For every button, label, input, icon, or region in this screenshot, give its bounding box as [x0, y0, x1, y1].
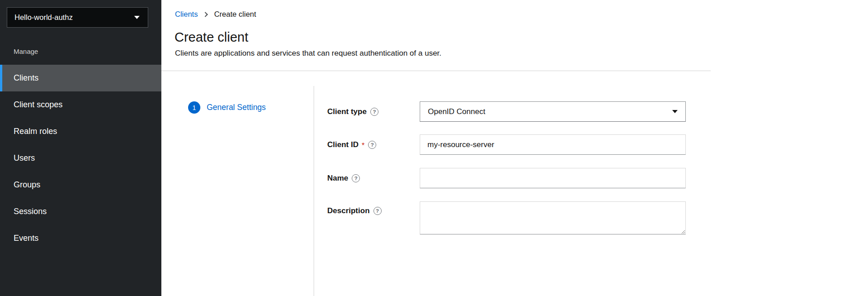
client-id-input[interactable] — [420, 134, 686, 155]
help-icon[interactable]: ? — [368, 141, 376, 149]
form-row-client-type: Client type ? OpenID Connect — [327, 101, 848, 122]
realm-selector-label: Hello-world-authz — [15, 13, 73, 22]
name-label-wrap: Name ? — [327, 174, 420, 183]
client-type-label-wrap: Client type ? — [327, 107, 420, 116]
sidebar-item-label: Realm roles — [14, 127, 57, 136]
sidebar: Hello-world-authz Manage Clients Client … — [0, 0, 161, 296]
sidebar-item-users[interactable]: Users — [0, 145, 161, 172]
client-id-control — [420, 134, 686, 155]
name-control — [420, 168, 686, 188]
form-row-client-id: Client ID * ? — [327, 134, 848, 155]
sidebar-item-client-scopes[interactable]: Client scopes — [0, 91, 161, 118]
client-type-label: Client type — [327, 107, 367, 116]
form-row-description: Description ? — [327, 201, 848, 234]
wizard-step-general-settings[interactable]: 1 General Settings — [188, 101, 266, 114]
form-row-name: Name ? — [327, 168, 848, 188]
name-input[interactable] — [420, 168, 686, 188]
sidebar-item-label: Sessions — [14, 207, 47, 216]
app-root: Hello-world-authz Manage Clients Client … — [0, 0, 868, 296]
breadcrumb-link-clients[interactable]: Clients — [175, 10, 198, 19]
main-content: Clients Create client Create client Clie… — [161, 0, 868, 296]
client-id-label-wrap: Client ID * ? — [327, 140, 420, 149]
sidebar-item-sessions[interactable]: Sessions — [0, 198, 161, 225]
wizard-vertical-divider — [314, 86, 314, 296]
wizard-step-number: 1 — [188, 101, 200, 114]
nav-section-manage: Manage — [14, 48, 38, 55]
sidebar-item-groups[interactable]: Groups — [0, 172, 161, 198]
help-icon[interactable]: ? — [352, 174, 360, 182]
sidebar-item-label: Client scopes — [14, 100, 63, 109]
client-type-select[interactable]: OpenID Connect — [420, 101, 686, 122]
client-type-selected-value: OpenID Connect — [428, 107, 485, 116]
sidebar-item-label: Groups — [14, 180, 40, 189]
caret-down-icon — [672, 110, 678, 113]
description-label: Description — [327, 206, 370, 215]
client-id-label: Client ID — [327, 140, 359, 149]
page-subtitle: Clients are applications and services th… — [175, 49, 441, 58]
name-label: Name — [327, 174, 348, 183]
caret-down-icon — [134, 16, 140, 19]
breadcrumb-current: Create client — [214, 10, 256, 19]
sidebar-item-label: Users — [14, 153, 35, 162]
description-control — [420, 201, 686, 236]
sidebar-item-label: Events — [14, 234, 39, 243]
header-divider — [161, 71, 711, 71]
wizard-step-label: General Settings — [207, 103, 266, 112]
sidebar-item-clients[interactable]: Clients — [0, 65, 161, 91]
required-asterisk: * — [362, 142, 364, 150]
description-label-wrap: Description ? — [327, 201, 420, 215]
sidebar-item-events[interactable]: Events — [0, 225, 161, 252]
description-textarea[interactable] — [420, 201, 686, 234]
sidebar-item-realm-roles[interactable]: Realm roles — [0, 118, 161, 145]
sidebar-nav: Clients Client scopes Realm roles Users … — [0, 65, 161, 252]
page-title: Create client — [175, 30, 248, 45]
client-type-control: OpenID Connect — [420, 101, 686, 122]
sidebar-item-label: Clients — [14, 73, 39, 82]
breadcrumb: Clients Create client — [175, 10, 256, 19]
help-icon[interactable]: ? — [370, 108, 378, 116]
breadcrumb-separator-icon — [203, 12, 208, 17]
realm-selector[interactable]: Hello-world-authz — [7, 7, 148, 28]
help-icon[interactable]: ? — [373, 207, 382, 215]
